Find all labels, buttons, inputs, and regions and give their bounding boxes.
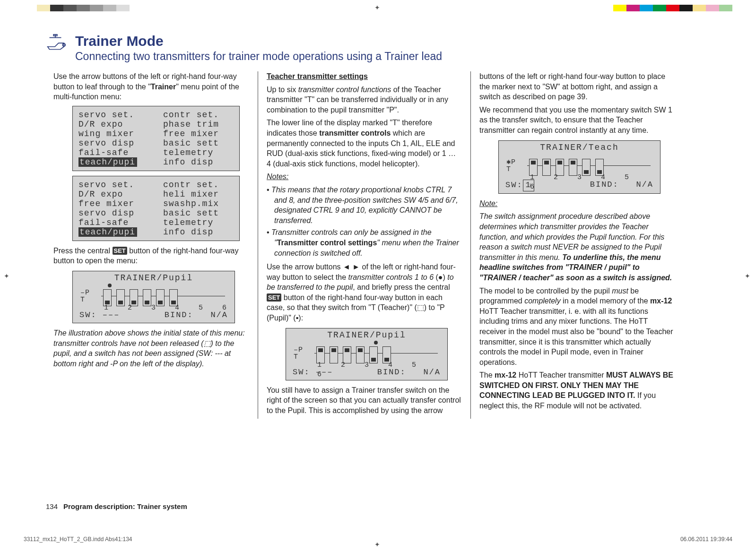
list-item: This means that the rotary proportional … (267, 185, 462, 225)
menu-item: servo disp (78, 208, 149, 218)
menu-item: fail-safe (78, 148, 149, 157)
menu-item: teach/pupi (78, 157, 149, 167)
column-3: buttons of the left or right-hand four-w… (470, 71, 683, 419)
press-set-text: Press the central SET button of the righ… (53, 246, 249, 266)
menu-item: D/R expo (78, 190, 149, 199)
color-swatch (666, 5, 679, 11)
menu-item: basic sett (163, 138, 234, 148)
col3-p1: We recommend that you use the momentary … (479, 105, 675, 136)
lcd-screenshot-teach: TRAINER/Teach ✱P T 1 2 3 4 5 6 SW:1↕ BIN… (498, 140, 660, 194)
menu-item: free mixer (163, 129, 234, 138)
registration-mark-icon: ✦ (374, 4, 382, 11)
color-bar-right (613, 5, 732, 11)
menu-item: teach/pupi (78, 227, 149, 237)
color-swatch (706, 5, 719, 11)
list-item: Transmitter controls can only be assigne… (267, 227, 462, 258)
color-swatch (653, 5, 666, 11)
intro-text: Use the arrow buttons of the left or rig… (53, 71, 249, 102)
cursor-dot-icon (374, 341, 378, 345)
color-swatch (640, 5, 653, 11)
teacher-settings-heading: Teacher transmitter settings (267, 72, 368, 80)
menu-screenshot-2: servo set.D/R expofree mixerservo dispfa… (72, 176, 240, 241)
col3-p3: The mx-12 HoTT Teacher transmitter MUST … (479, 370, 675, 411)
menu-item: contr set. (163, 110, 234, 120)
color-swatch (613, 5, 626, 11)
assign-switch-text: You still have to assign a Trainer trans… (267, 385, 462, 416)
menu-item: free mixer (78, 199, 149, 208)
color-swatch (130, 5, 143, 11)
color-bar-left (24, 5, 143, 11)
menu-item: basic sett (163, 208, 234, 218)
use-arrows-text: Use the arrow buttons ◄ ► of the left or… (267, 262, 462, 323)
menu-item: info disp (163, 157, 234, 167)
menu-item: telemetry (163, 218, 234, 227)
teacher-p2: The lower line of the display marked "T"… (267, 118, 462, 169)
menu-screenshot-1: servo set.D/R expowing mixerservo dispfa… (72, 106, 240, 171)
color-swatch (116, 5, 130, 11)
page-header: Trainer Mode Connecting two transmitters… (45, 33, 712, 63)
set-badge-icon: SET (267, 293, 281, 302)
model-type-icon (45, 33, 67, 57)
switch-arrow-icon: ↕ (529, 182, 533, 189)
menu-item: servo disp (78, 138, 149, 148)
menu-item: servo set. (78, 180, 149, 190)
menu-item: swashp.mix (163, 199, 234, 208)
color-swatch (77, 5, 90, 11)
cursor-dot-icon (108, 284, 112, 287)
menu-item: fail-safe (78, 218, 149, 227)
menu-item-highlighted: teach/pupi (78, 157, 137, 167)
imposition-footer: 33112_mx12_HoTT_2_GB.indd Abs41:134 06.0… (24, 536, 732, 543)
menu-item-highlighted: teach/pupi (78, 227, 137, 237)
teacher-p1: Up to six transmitter control functions … (267, 85, 462, 115)
color-swatch (63, 5, 77, 11)
column-1: Use the arrow buttons of the left or rig… (45, 71, 258, 419)
menu-item: wing mixer (78, 129, 149, 138)
menu-item: heli mixer (163, 190, 234, 199)
col3-p0: buttons of the left or right-hand four-w… (479, 71, 675, 102)
menu-item: telemetry (163, 148, 234, 157)
initial-state-note: The illustration above shows the initial… (53, 328, 249, 369)
col3-p2: The model to be controlled by the pupil … (479, 286, 675, 368)
menu-item: servo set. (78, 110, 149, 120)
color-swatch (719, 5, 732, 11)
page-footer: 134Program description: Trainer system (46, 502, 187, 510)
lcd-screenshot-pupil-initial: TRAINER/Pupil –P T 1 2 3 4 5 6 SW: ––– B… (72, 271, 235, 323)
notes-heading: Notes: (267, 172, 288, 181)
color-swatch (103, 5, 116, 11)
column-2: Teacher transmitter settings Up to six t… (258, 71, 470, 419)
menu-item: contr set. (163, 180, 234, 190)
page-content: Trainer Mode Connecting two transmitters… (40, 28, 716, 510)
set-badge-icon: SET (113, 247, 127, 255)
note-heading: Note: (479, 199, 497, 207)
menu-item: phase trim (163, 120, 234, 129)
color-swatch (679, 5, 693, 11)
note-text: The switch assignment procedure describe… (479, 211, 675, 283)
menu-item: D/R expo (78, 120, 149, 129)
switch-assigned-box: 1↕ (523, 180, 534, 191)
color-swatch (50, 5, 63, 11)
page-title: Trainer Mode (75, 33, 442, 49)
registration-mark-icon: ✦ (4, 272, 11, 280)
color-swatch (626, 5, 640, 11)
color-swatch (24, 5, 37, 11)
menu-item: info disp (163, 227, 234, 237)
page-subtitle: Connecting two transmitters for trainer … (75, 50, 442, 63)
notes-list: This means that the rotary proportional … (267, 185, 462, 258)
color-swatch (37, 5, 50, 11)
color-swatch (693, 5, 706, 11)
lcd-screenshot-pupil-switched: TRAINER/Pupil –P T 1 2 3 4 5 6 SW: ––– B… (286, 328, 448, 380)
registration-mark-icon: ✦ (745, 272, 752, 280)
color-swatch (90, 5, 103, 11)
